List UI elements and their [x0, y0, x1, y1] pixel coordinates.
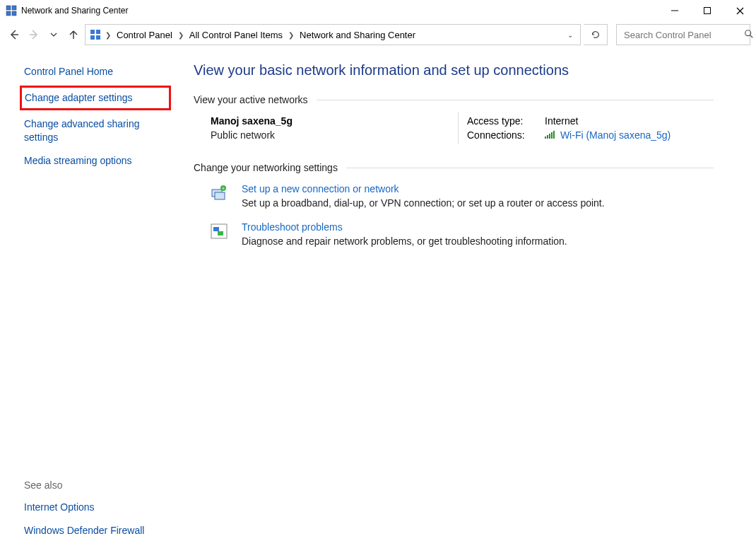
setting-desc: Diagnose and repair network problems, or… [242, 235, 567, 247]
highlighted-link-box: Change adapter settings [20, 86, 171, 110]
section-label: View your active networks [194, 94, 317, 105]
svg-rect-12 [90, 35, 95, 40]
search-box[interactable] [616, 24, 750, 45]
app-icon [6, 5, 17, 16]
titlebar: Network and Sharing Center [0, 0, 756, 21]
svg-rect-3 [12, 11, 16, 16]
section-label: Change your networking settings [194, 162, 346, 173]
page-title: View your basic network information and … [194, 62, 714, 78]
access-type-value: Internet [545, 115, 578, 127]
minimize-button[interactable] [658, 0, 691, 21]
setting-title: Set up a new connection or network [242, 183, 605, 194]
sidebar-link-internet-options[interactable]: Internet Options [24, 498, 167, 517]
breadcrumb-item[interactable]: Control Panel [114, 28, 175, 42]
toolbar: ❯ Control Panel ❯ All Control Panel Item… [0, 21, 756, 48]
up-button[interactable] [65, 24, 82, 45]
svg-rect-17 [215, 192, 225, 199]
network-type: Public network [211, 129, 458, 141]
svg-rect-2 [6, 11, 11, 16]
breadcrumb-item[interactable]: Network and Sharing Center [297, 28, 418, 42]
troubleshoot-icon [209, 221, 229, 241]
access-type-label: Access type: [467, 115, 545, 127]
connection-icon: + [209, 183, 229, 203]
maximize-button[interactable] [691, 0, 723, 21]
window-title: Network and Sharing Center [21, 6, 128, 16]
active-network-row: Manoj saxena_5g Public network Access ty… [211, 115, 714, 144]
vertical-divider [458, 112, 459, 144]
svg-point-14 [745, 30, 751, 35]
network-name: Manoj saxena_5g [211, 115, 458, 127]
back-button[interactable] [6, 24, 23, 45]
svg-rect-11 [96, 30, 100, 34]
address-bar[interactable]: ❯ Control Panel ❯ All Control Panel Item… [85, 24, 581, 45]
svg-rect-5 [704, 8, 711, 14]
address-dropdown-button[interactable]: ⌄ [563, 31, 577, 39]
svg-rect-21 [213, 227, 219, 231]
svg-rect-22 [218, 231, 223, 235]
chevron-right-icon[interactable]: ❯ [287, 31, 295, 39]
chevron-right-icon[interactable]: ❯ [177, 31, 185, 39]
svg-rect-13 [96, 35, 100, 40]
forward-button[interactable] [25, 24, 42, 45]
breadcrumb-item[interactable]: All Control Panel Items [187, 28, 285, 42]
wifi-signal-icon [545, 130, 555, 139]
close-button[interactable] [723, 0, 756, 21]
sidebar-link-adapter[interactable]: Change adapter settings [25, 90, 165, 106]
sidebar-link-media[interactable]: Media streaming options [24, 151, 167, 170]
setting-desc: Set up a broadband, dial-up, or VPN conn… [242, 197, 605, 209]
main-content: View your basic network information and … [177, 48, 756, 553]
svg-rect-10 [90, 30, 95, 34]
svg-rect-1 [12, 6, 16, 10]
search-icon[interactable] [744, 29, 754, 41]
section-active-networks: View your active networks [194, 94, 714, 105]
connection-link[interactable]: Wi-Fi (Manoj saxena_5g) [560, 129, 671, 141]
svg-line-15 [750, 35, 753, 37]
sidebar-link-firewall[interactable]: Windows Defender Firewall [24, 521, 167, 540]
refresh-button[interactable] [584, 24, 608, 45]
setting-troubleshoot[interactable]: Troubleshoot problems Diagnose and repai… [209, 221, 714, 247]
connections-label: Connections: [467, 129, 545, 141]
sidebar-link-advanced[interactable]: Change advanced sharing settings [24, 115, 167, 147]
svg-rect-0 [6, 6, 11, 10]
address-bar-icon [88, 28, 102, 42]
chevron-right-icon[interactable]: ❯ [104, 31, 112, 39]
recent-locations-button[interactable] [45, 24, 62, 45]
sidebar-link-home[interactable]: Control Panel Home [24, 62, 167, 81]
see-also-heading: See also [24, 479, 167, 491]
setting-new-connection[interactable]: + Set up a new connection or network Set… [209, 183, 714, 209]
sidebar: Control Panel Home Change adapter settin… [0, 48, 177, 553]
section-change-settings: Change your networking settings [194, 162, 714, 173]
setting-title: Troubleshoot problems [242, 221, 567, 233]
svg-text:+: + [222, 186, 225, 191]
search-input[interactable] [622, 29, 744, 41]
